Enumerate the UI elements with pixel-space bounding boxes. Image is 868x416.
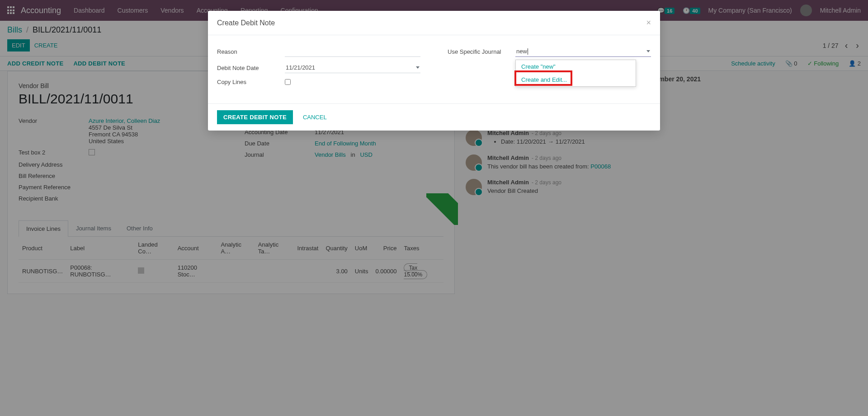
modal-close-button[interactable]: × — [646, 18, 651, 28]
debit-date-input[interactable]: 11/21/2021 — [285, 62, 420, 73]
journal-dropdown: Create "new" Create and Edit... — [515, 60, 636, 87]
journal-label: Use Specific Journal — [448, 48, 515, 55]
modal-title: Create Debit Note — [217, 19, 275, 27]
create-debit-note-submit[interactable]: CREATE DEBIT NOTE — [217, 110, 293, 124]
dropdown-create-edit[interactable]: Create and Edit... — [516, 73, 636, 86]
create-debit-note-modal: Create Debit Note × Reason Debit Note Da… — [208, 11, 660, 131]
copy-lines-label: Copy Lines — [217, 79, 285, 85]
copy-lines-checkbox[interactable] — [285, 79, 291, 85]
reason-input[interactable] — [285, 46, 420, 57]
debit-date-label: Debit Note Date — [217, 65, 285, 71]
journal-input[interactable]: new — [515, 46, 651, 57]
reason-label: Reason — [217, 48, 285, 55]
cancel-button[interactable]: CANCEL — [298, 110, 331, 124]
caret-down-icon — [416, 66, 420, 69]
caret-down-icon — [646, 50, 650, 52]
dropdown-create-new[interactable]: Create "new" — [516, 60, 636, 73]
